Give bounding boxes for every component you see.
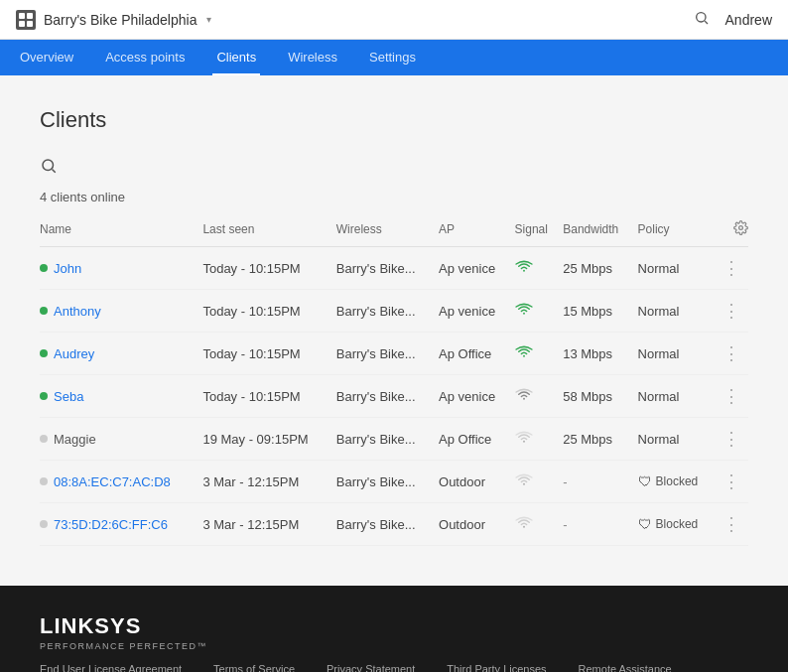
client-policy: Normal — [638, 290, 719, 333]
wifi-signal-icon — [515, 390, 533, 405]
main-content: Clients 4 clients online Name Last seen … — [0, 75, 788, 586]
more-menu-icon[interactable]: ⋮ — [722, 301, 740, 321]
footer-link[interactable]: Privacy Statement — [327, 663, 415, 672]
client-name-cell: Seba — [40, 375, 202, 418]
client-last-seen: Today - 10:15PM — [202, 290, 335, 333]
client-signal — [515, 375, 564, 418]
client-wireless: Barry's Bike... — [336, 290, 439, 333]
svg-point-6 — [43, 160, 54, 171]
client-signal — [515, 247, 564, 290]
more-menu-icon[interactable]: ⋮ — [722, 386, 740, 406]
client-ap: Ap venice — [439, 290, 515, 333]
client-ap: Ap Office — [439, 333, 515, 375]
client-wireless: Barry's Bike... — [336, 461, 439, 503]
col-header-bandwidth: Bandwidth — [563, 212, 637, 247]
nav-item-settings[interactable]: Settings — [365, 40, 420, 75]
client-last-seen: Today - 10:15PM — [202, 375, 335, 418]
nav-item-wireless[interactable]: Wireless — [284, 40, 341, 75]
client-policy: Normal — [638, 418, 719, 461]
header-search-icon[interactable] — [694, 10, 710, 30]
client-name-cell: Audrey — [40, 333, 202, 375]
client-wireless: Barry's Bike... — [336, 333, 439, 375]
client-name-cell: 73:5D:D2:6C:FF:C6 — [40, 503, 202, 546]
header-right: Andrew — [694, 10, 772, 30]
bandwidth-dash: - — [563, 474, 567, 489]
svg-rect-3 — [27, 21, 33, 27]
more-menu-icon[interactable]: ⋮ — [722, 429, 740, 449]
wifi-signal-icon — [515, 262, 533, 277]
client-wireless: Barry's Bike... — [336, 375, 439, 418]
client-ap: Ap Office — [439, 418, 515, 461]
client-signal — [515, 461, 564, 503]
client-last-seen: Today - 10:15PM — [202, 333, 335, 375]
client-more-menu[interactable]: ⋮ — [718, 418, 748, 461]
status-dot — [40, 349, 48, 357]
more-menu-icon[interactable]: ⋮ — [722, 343, 740, 363]
blocked-badge: 🛡 Blocked — [638, 473, 711, 489]
col-header-ap: AP — [439, 212, 515, 247]
client-more-menu[interactable]: ⋮ — [718, 503, 748, 546]
client-signal — [515, 333, 564, 375]
footer: LINKSYS PERFORMANCE PERFECTED™ End User … — [0, 586, 788, 672]
client-name-cell: Anthony — [40, 290, 202, 333]
more-menu-icon[interactable]: ⋮ — [722, 471, 740, 491]
table-row: 08:8A:EC:C7:AC:D83 Mar - 12:15PMBarry's … — [40, 461, 748, 503]
page-title: Clients — [40, 107, 748, 133]
nav-item-overview[interactable]: Overview — [16, 40, 77, 75]
more-menu-icon[interactable]: ⋮ — [722, 514, 740, 534]
main-nav: Overview Access points Clients Wireless … — [0, 40, 788, 75]
client-more-menu[interactable]: ⋮ — [718, 461, 748, 503]
client-name-label: Maggie — [54, 432, 96, 447]
nav-item-access-points[interactable]: Access points — [101, 40, 189, 75]
wifi-signal-icon — [515, 518, 533, 533]
status-dot — [40, 520, 48, 528]
client-name-link[interactable]: Audrey — [54, 346, 94, 361]
client-name-cell: 08:8A:EC:C7:AC:D8 — [40, 461, 202, 503]
bandwidth-dash: - — [563, 517, 567, 532]
header-chevron-icon[interactable]: ▾ — [206, 14, 211, 25]
client-name-link[interactable]: John — [54, 261, 81, 276]
clients-table: Name Last seen Wireless AP Signal Bandwi… — [40, 212, 748, 546]
nav-item-clients[interactable]: Clients — [212, 40, 260, 75]
footer-link[interactable]: Third Party Licenses — [447, 663, 546, 672]
client-bandwidth: 25 Mbps — [563, 418, 637, 461]
table-row: Maggie19 May - 09:15PMBarry's Bike...Ap … — [40, 418, 748, 461]
client-ap: Ap venice — [439, 375, 515, 418]
client-policy: 🛡 Blocked — [638, 461, 719, 503]
col-header-signal: Signal — [515, 212, 564, 247]
footer-link[interactable]: End User License Agreement — [40, 663, 182, 672]
app-logo-icon — [16, 10, 36, 30]
client-ap: Outdoor — [439, 503, 515, 546]
footer-logo-text: LINKSYS — [40, 613, 748, 639]
footer-logo: LINKSYS PERFORMANCE PERFECTED™ — [40, 613, 748, 651]
client-bandwidth: - — [563, 461, 637, 503]
wifi-signal-icon — [515, 475, 533, 490]
client-policy: Normal — [638, 333, 719, 375]
client-more-menu[interactable]: ⋮ — [718, 290, 748, 333]
wifi-signal-icon — [515, 305, 533, 320]
header-user: Andrew — [725, 12, 772, 28]
col-header-settings[interactable] — [718, 212, 748, 247]
footer-link[interactable]: Terms of Service — [213, 663, 295, 672]
client-more-menu[interactable]: ⋮ — [718, 375, 748, 418]
client-more-menu[interactable]: ⋮ — [718, 333, 748, 375]
table-row: AnthonyToday - 10:15PMBarry's Bike...Ap … — [40, 290, 748, 333]
client-last-seen: 19 May - 09:15PM — [202, 418, 335, 461]
status-dot — [40, 435, 48, 443]
client-name-link[interactable]: 73:5D:D2:6C:FF:C6 — [54, 517, 168, 532]
search-clients-button[interactable] — [40, 157, 748, 178]
svg-point-4 — [696, 12, 705, 21]
svg-line-5 — [705, 21, 708, 24]
table-settings-icon[interactable] — [733, 224, 748, 238]
client-name-link[interactable]: Anthony — [54, 304, 101, 319]
client-name-link[interactable]: 08:8A:EC:C7:AC:D8 — [54, 474, 171, 489]
client-name-link[interactable]: Seba — [54, 389, 83, 404]
status-dot — [40, 264, 48, 272]
client-policy: 🛡 Blocked — [638, 503, 719, 546]
table-row: 73:5D:D2:6C:FF:C63 Mar - 12:15PMBarry's … — [40, 503, 748, 546]
footer-link[interactable]: Remote Assistance — [579, 663, 672, 672]
client-more-menu[interactable]: ⋮ — [718, 247, 748, 290]
more-menu-icon[interactable]: ⋮ — [722, 258, 740, 278]
client-name-cell: Maggie — [40, 418, 202, 461]
client-bandwidth: - — [563, 503, 637, 546]
